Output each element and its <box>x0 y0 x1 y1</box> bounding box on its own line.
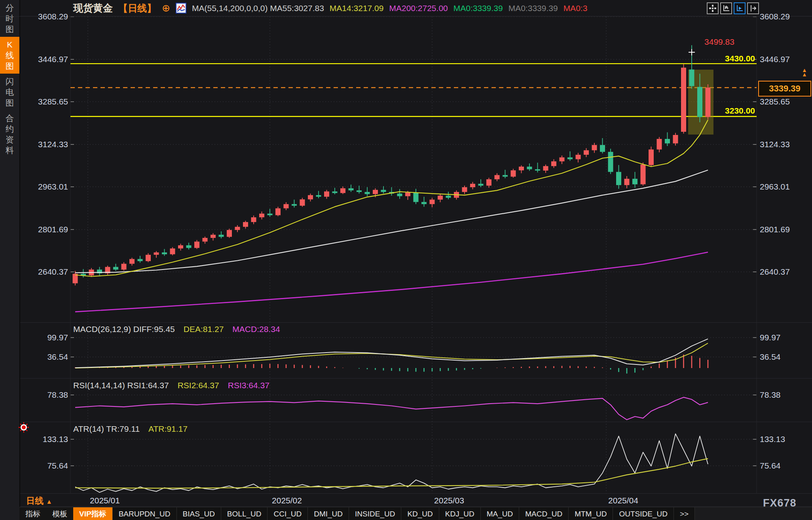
macd-tick: 36.54 <box>20 352 68 362</box>
ma0-gray-value: MA0:3339.39 <box>508 4 558 13</box>
period-tag: 【日线】 <box>118 2 156 15</box>
tab-inside_ud[interactable]: INSIDE_UD <box>349 507 401 520</box>
ma0-green-value: MA0:3339.39 <box>453 4 503 13</box>
atr-tick: 75.64 <box>20 461 68 471</box>
sidebar: 分 时 图K 线 图闪 电 图合 约 资 料 <box>0 0 20 520</box>
price-tick: 2963.01 <box>760 182 790 192</box>
tab-cci_ud[interactable]: CCI_UD <box>268 507 308 520</box>
macd-title-diff: MACD(26,12,9) DIFF:95.45 <box>73 325 175 334</box>
period-up-arrow-icon: ▲ <box>46 498 52 505</box>
hot-alert-icon[interactable] <box>18 422 29 435</box>
tab-ma_ud[interactable]: MA_UD <box>481 507 520 520</box>
price-tick: 3446.97 <box>20 55 68 64</box>
macd-tick: 36.54 <box>760 352 781 362</box>
axis-play-icon[interactable] <box>734 2 746 14</box>
price-tick: 3285.65 <box>20 97 68 106</box>
tab-boll_ud[interactable]: BOLL_UD <box>221 507 268 520</box>
header-bar: 现货黄金 【日线】 ⊕ MA(55,14,200,0,0,0) MA55:302… <box>0 0 812 17</box>
time-axis: 2025/012025/022025/032025/04 <box>0 496 812 507</box>
macd-tick: 99.97 <box>760 333 781 342</box>
atr-pane-title: ATR(14) TR:79.11 ATR:91.17 <box>73 424 188 434</box>
atr-tick: 75.64 <box>760 461 781 471</box>
tab-vip[interactable]: VIP指标 <box>73 507 113 520</box>
support-level-label: 3230.00 <box>696 106 755 116</box>
resistance-level-label: 3430.00 <box>696 54 755 63</box>
rsi-tick: 78.38 <box>20 390 68 400</box>
price-tick: 2801.69 <box>760 225 790 234</box>
tab-kdj_ud[interactable]: KDJ_UD <box>439 507 481 520</box>
price-tick: 3124.33 <box>20 140 68 149</box>
rsi3-value: RSI3:64.37 <box>228 381 269 390</box>
atr-title-tr: ATR(14) TR:79.11 <box>73 424 140 434</box>
ma0-red-value: MA0:3 <box>563 4 588 13</box>
x-axis-label: 2025/03 <box>434 496 464 505</box>
tab-dmi_ud[interactable]: DMI_UD <box>308 507 349 520</box>
rsi-pane-title: RSI(14,14,14) RSI1:64.37 RSI2:64.37 RSI3… <box>73 381 269 390</box>
price-tick: 3608.29 <box>20 12 68 21</box>
x-axis-label: 2025/02 <box>272 496 302 505</box>
tab-bias_ud[interactable]: BIAS_UD <box>177 507 221 520</box>
price-tick: 2801.69 <box>20 225 68 234</box>
high-price-label: 3499.83 <box>701 37 738 47</box>
macd-pane-title: MACD(26,12,9) DIFF:95.45 DEA:81.27 MACD:… <box>73 325 280 334</box>
tab-[interactable]: >> <box>674 507 695 520</box>
shift-right-icon[interactable] <box>747 2 759 14</box>
rsi-title-rsi1: RSI(14,14,14) RSI1:64.37 <box>73 381 169 390</box>
x-axis-label: 2025/01 <box>90 496 120 505</box>
price-tick: 2640.37 <box>20 267 68 277</box>
tabbar-filler <box>695 507 812 520</box>
rsi-tick: 78.38 <box>760 390 781 400</box>
double-up-arrow-icon: ▲▲ <box>802 68 807 77</box>
tab-outside_ud[interactable]: OUTSIDE_UD <box>613 507 674 520</box>
atr-tick: 133.13 <box>760 435 785 444</box>
crosshair-pan-icon[interactable] <box>707 2 719 14</box>
sidebar-item-2[interactable]: 闪 电 图 <box>0 74 19 110</box>
price-tick: 3285.65 <box>760 97 790 106</box>
tab-macd_ud[interactable]: MACD_UD <box>519 507 569 520</box>
tab-[interactable]: 模板 <box>46 507 73 520</box>
period-selector-label: 日线 <box>26 496 44 506</box>
sidebar-item-3[interactable]: 合 约 资 料 <box>0 110 19 158</box>
tab-[interactable]: 指标 <box>19 507 46 520</box>
indicator-settings-icon[interactable] <box>176 3 186 13</box>
last-price-tag: 3339.39 <box>758 81 811 97</box>
price-tick: 2963.01 <box>20 182 68 192</box>
atr-value: ATR:91.17 <box>148 424 188 434</box>
x-axis-label: 2025/04 <box>608 496 638 505</box>
macd-macd-value: MACD:28.34 <box>232 325 280 334</box>
chart-canvas[interactable] <box>0 0 812 520</box>
price-tick: 2640.37 <box>760 267 790 277</box>
tab-mtm_ud[interactable]: MTM_UD <box>569 507 613 520</box>
axis-scale-icon[interactable] <box>720 2 732 14</box>
tab-kd_ud[interactable]: KD_UD <box>401 507 439 520</box>
ma-params-ma55: MA(55,14,200,0,0,0) MA55:3027.83 <box>192 4 324 13</box>
symbol-title: 现货黄金 <box>73 2 113 15</box>
compare-add-icon[interactable]: ⊕ <box>162 3 170 13</box>
price-tick: 3446.97 <box>760 55 790 64</box>
ma14-value: MA14:3217.09 <box>330 4 384 13</box>
atr-tick: 133.13 <box>20 435 68 444</box>
period-selector[interactable]: 日线 ▲ <box>26 495 52 507</box>
tab-barupdn_ud[interactable]: BARUPDN_UD <box>113 507 177 520</box>
macd-dea-value: DEA:81.27 <box>184 325 224 334</box>
macd-tick: 99.97 <box>20 333 68 342</box>
sidebar-item-1[interactable]: K 线 图 <box>0 37 19 74</box>
price-tick: 3608.29 <box>760 12 790 21</box>
chart-toolbar <box>707 0 759 16</box>
ma200-value: MA200:2725.00 <box>389 4 448 13</box>
indicator-tabbar: 指标模板VIP指标BARUPDN_UDBIAS_UDBOLL_UDCCI_UDD… <box>19 507 812 520</box>
rsi2-value: RSI2:64.37 <box>178 381 219 390</box>
price-tick: 3124.33 <box>760 140 790 149</box>
trading-app-window: 分 时 图K 线 图闪 电 图合 约 资 料 现货黄金 【日线】 ⊕ <box>0 0 812 520</box>
